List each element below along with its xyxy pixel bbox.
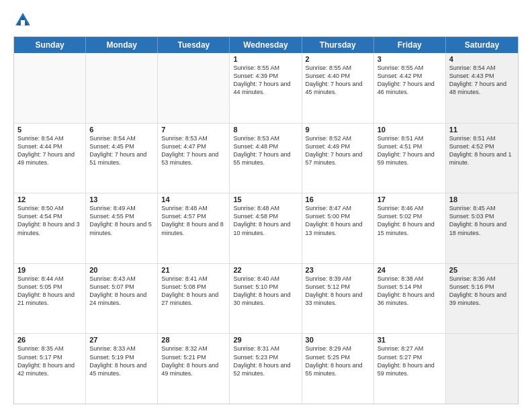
header-day-sunday: Sunday (14, 37, 86, 53)
calendar-cell-0-4: 2Sunrise: 8:55 AM Sunset: 4:40 PM Daylig… (302, 53, 374, 123)
calendar-cell-0-6: 4Sunrise: 8:54 AM Sunset: 4:43 PM Daylig… (446, 53, 518, 123)
cell-info: Sunrise: 8:32 AM Sunset: 5:21 PM Dayligh… (161, 345, 226, 377)
cell-info: Sunrise: 8:35 AM Sunset: 5:17 PM Dayligh… (17, 345, 82, 377)
calendar-cell-2-0: 12Sunrise: 8:50 AM Sunset: 4:54 PM Dayli… (14, 193, 86, 263)
logo-icon (13, 11, 32, 30)
calendar-cell-1-0: 5Sunrise: 8:54 AM Sunset: 4:44 PM Daylig… (14, 124, 86, 193)
cell-info: Sunrise: 8:55 AM Sunset: 4:42 PM Dayligh… (378, 64, 442, 97)
calendar-cell-4-0: 26Sunrise: 8:35 AM Sunset: 5:17 PM Dayli… (14, 334, 86, 404)
day-number: 7 (161, 126, 226, 134)
day-number: 15 (233, 195, 298, 203)
calendar-cell-3-5: 24Sunrise: 8:38 AM Sunset: 5:14 PM Dayli… (374, 264, 446, 334)
cell-info: Sunrise: 8:27 AM Sunset: 5:27 PM Dayligh… (378, 345, 442, 377)
calendar-page: SundayMondayTuesdayWednesdayThursdayFrid… (0, 0, 532, 411)
day-number: 8 (233, 126, 298, 134)
cell-info: Sunrise: 8:49 AM Sunset: 4:55 PM Dayligh… (89, 204, 154, 237)
day-number: 24 (378, 266, 442, 274)
cell-info: Sunrise: 8:41 AM Sunset: 5:08 PM Dayligh… (161, 275, 226, 308)
calendar-cell-2-1: 13Sunrise: 8:49 AM Sunset: 4:55 PM Dayli… (86, 193, 158, 263)
day-number: 31 (378, 336, 442, 344)
cell-info: Sunrise: 8:53 AM Sunset: 4:48 PM Dayligh… (233, 134, 298, 167)
calendar-cell-2-3: 15Sunrise: 8:48 AM Sunset: 4:58 PM Dayli… (230, 193, 302, 263)
day-number: 4 (449, 55, 515, 63)
calendar-row-4: 26Sunrise: 8:35 AM Sunset: 5:17 PM Dayli… (14, 334, 518, 404)
cell-info: Sunrise: 8:51 AM Sunset: 4:52 PM Dayligh… (449, 134, 515, 167)
day-number: 13 (89, 195, 154, 203)
calendar-cell-3-1: 20Sunrise: 8:43 AM Sunset: 5:07 PM Dayli… (86, 264, 158, 334)
cell-info: Sunrise: 8:55 AM Sunset: 4:40 PM Dayligh… (306, 64, 370, 97)
cell-info: Sunrise: 8:48 AM Sunset: 4:58 PM Dayligh… (233, 204, 298, 237)
header-day-monday: Monday (86, 37, 158, 53)
day-number: 29 (233, 336, 298, 344)
day-number: 5 (17, 126, 82, 134)
day-number: 12 (17, 195, 82, 203)
header-day-thursday: Thursday (302, 37, 374, 53)
cell-info: Sunrise: 8:36 AM Sunset: 5:16 PM Dayligh… (449, 275, 515, 308)
day-number: 10 (378, 126, 442, 134)
day-number: 2 (306, 55, 370, 63)
day-number: 6 (89, 126, 154, 134)
day-number: 14 (161, 195, 226, 203)
calendar-cell-0-1 (86, 53, 158, 123)
cell-info: Sunrise: 8:53 AM Sunset: 4:47 PM Dayligh… (161, 134, 226, 167)
day-number: 26 (17, 336, 82, 344)
header-day-saturday: Saturday (446, 37, 518, 53)
calendar-body: 1Sunrise: 8:55 AM Sunset: 4:39 PM Daylig… (14, 53, 518, 404)
calendar: SundayMondayTuesdayWednesdayThursdayFrid… (13, 36, 519, 404)
header-day-friday: Friday (374, 37, 446, 53)
day-number: 18 (449, 195, 515, 203)
logo (13, 11, 35, 30)
day-number: 9 (306, 126, 370, 134)
day-number: 30 (306, 336, 370, 344)
day-number: 21 (161, 266, 226, 274)
cell-info: Sunrise: 8:40 AM Sunset: 5:10 PM Dayligh… (233, 275, 298, 308)
calendar-cell-3-6: 25Sunrise: 8:36 AM Sunset: 5:16 PM Dayli… (446, 264, 518, 334)
calendar-cell-0-2 (158, 53, 230, 123)
day-number: 17 (378, 195, 442, 203)
day-number: 1 (233, 55, 298, 63)
cell-info: Sunrise: 8:55 AM Sunset: 4:39 PM Dayligh… (233, 64, 298, 97)
cell-info: Sunrise: 8:52 AM Sunset: 4:49 PM Dayligh… (306, 134, 370, 167)
cell-info: Sunrise: 8:45 AM Sunset: 5:03 PM Dayligh… (449, 204, 515, 237)
calendar-cell-2-6: 18Sunrise: 8:45 AM Sunset: 5:03 PM Dayli… (446, 193, 518, 263)
cell-info: Sunrise: 8:39 AM Sunset: 5:12 PM Dayligh… (306, 275, 370, 308)
cell-info: Sunrise: 8:43 AM Sunset: 5:07 PM Dayligh… (89, 275, 154, 308)
cell-info: Sunrise: 8:51 AM Sunset: 4:51 PM Dayligh… (378, 134, 442, 167)
calendar-cell-3-3: 22Sunrise: 8:40 AM Sunset: 5:10 PM Dayli… (230, 264, 302, 334)
day-number: 28 (161, 336, 226, 344)
calendar-row-2: 12Sunrise: 8:50 AM Sunset: 4:54 PM Dayli… (14, 193, 518, 264)
day-number: 25 (449, 266, 515, 274)
calendar-cell-0-5: 3Sunrise: 8:55 AM Sunset: 4:42 PM Daylig… (374, 53, 446, 123)
header-day-tuesday: Tuesday (158, 37, 230, 53)
calendar-cell-4-5: 31Sunrise: 8:27 AM Sunset: 5:27 PM Dayli… (374, 334, 446, 404)
calendar-cell-3-4: 23Sunrise: 8:39 AM Sunset: 5:12 PM Dayli… (302, 264, 374, 334)
calendar-cell-1-3: 8Sunrise: 8:53 AM Sunset: 4:48 PM Daylig… (230, 124, 302, 193)
calendar-cell-4-3: 29Sunrise: 8:31 AM Sunset: 5:23 PM Dayli… (230, 334, 302, 404)
calendar-cell-2-2: 14Sunrise: 8:48 AM Sunset: 4:57 PM Dayli… (158, 193, 230, 263)
day-number: 16 (306, 195, 370, 203)
day-number: 27 (89, 336, 154, 344)
day-number: 11 (449, 126, 515, 134)
calendar-row-0: 1Sunrise: 8:55 AM Sunset: 4:39 PM Daylig… (14, 53, 518, 124)
calendar-cell-0-0 (14, 53, 86, 123)
cell-info: Sunrise: 8:33 AM Sunset: 5:19 PM Dayligh… (89, 345, 154, 377)
cell-info: Sunrise: 8:54 AM Sunset: 4:45 PM Dayligh… (89, 134, 154, 167)
calendar-row-3: 19Sunrise: 8:44 AM Sunset: 5:05 PM Dayli… (14, 264, 518, 334)
calendar-cell-3-2: 21Sunrise: 8:41 AM Sunset: 5:08 PM Dayli… (158, 264, 230, 334)
calendar-cell-1-4: 9Sunrise: 8:52 AM Sunset: 4:49 PM Daylig… (302, 124, 374, 193)
calendar-cell-4-4: 30Sunrise: 8:29 AM Sunset: 5:25 PM Dayli… (302, 334, 374, 404)
calendar-row-1: 5Sunrise: 8:54 AM Sunset: 4:44 PM Daylig… (14, 124, 518, 194)
cell-info: Sunrise: 8:54 AM Sunset: 4:43 PM Dayligh… (449, 64, 515, 97)
calendar-cell-1-2: 7Sunrise: 8:53 AM Sunset: 4:47 PM Daylig… (158, 124, 230, 193)
header (13, 11, 519, 30)
calendar-cell-1-6: 11Sunrise: 8:51 AM Sunset: 4:52 PM Dayli… (446, 124, 518, 193)
cell-info: Sunrise: 8:46 AM Sunset: 5:02 PM Dayligh… (378, 204, 442, 237)
calendar-cell-4-6 (446, 334, 518, 404)
calendar-cell-2-4: 16Sunrise: 8:47 AM Sunset: 5:00 PM Dayli… (302, 193, 374, 263)
cell-info: Sunrise: 8:29 AM Sunset: 5:25 PM Dayligh… (306, 345, 370, 377)
day-number: 22 (233, 266, 298, 274)
cell-info: Sunrise: 8:48 AM Sunset: 4:57 PM Dayligh… (161, 204, 226, 237)
day-number: 19 (17, 266, 82, 274)
cell-info: Sunrise: 8:50 AM Sunset: 4:54 PM Dayligh… (17, 204, 82, 237)
calendar-cell-1-5: 10Sunrise: 8:51 AM Sunset: 4:51 PM Dayli… (374, 124, 446, 193)
